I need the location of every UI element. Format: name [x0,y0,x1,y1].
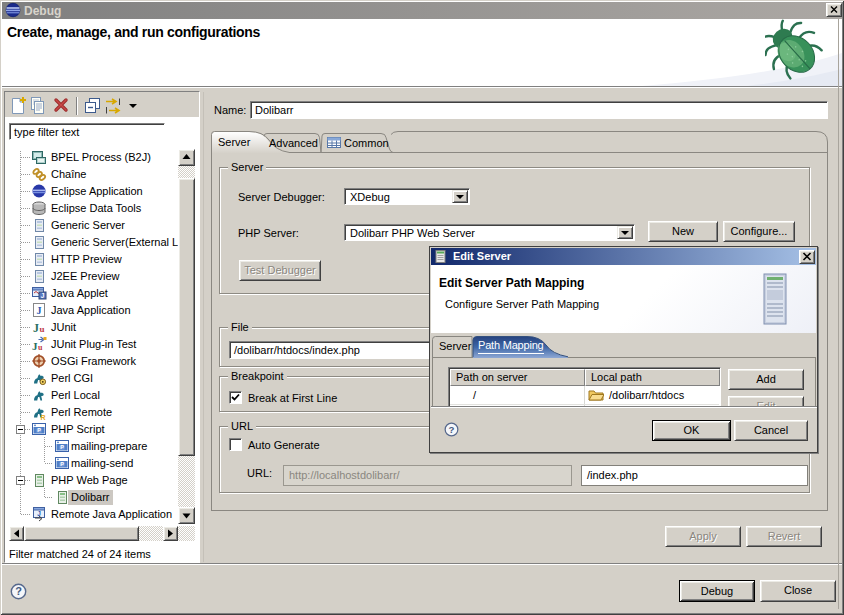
svg-text:J: J [37,305,42,316]
svg-text:J: J [41,292,45,299]
svg-text:P: P [60,461,64,467]
svg-text:J: J [33,321,39,335]
svg-text:u: u [40,324,45,334]
svg-text:?: ? [15,585,22,597]
svg-text:J: J [37,510,41,517]
svg-text:R: R [41,414,46,421]
svg-text:u: u [38,343,43,352]
svg-text:P: P [60,444,64,450]
svg-text:P: P [37,427,41,433]
svg-text:?: ? [449,424,455,435]
